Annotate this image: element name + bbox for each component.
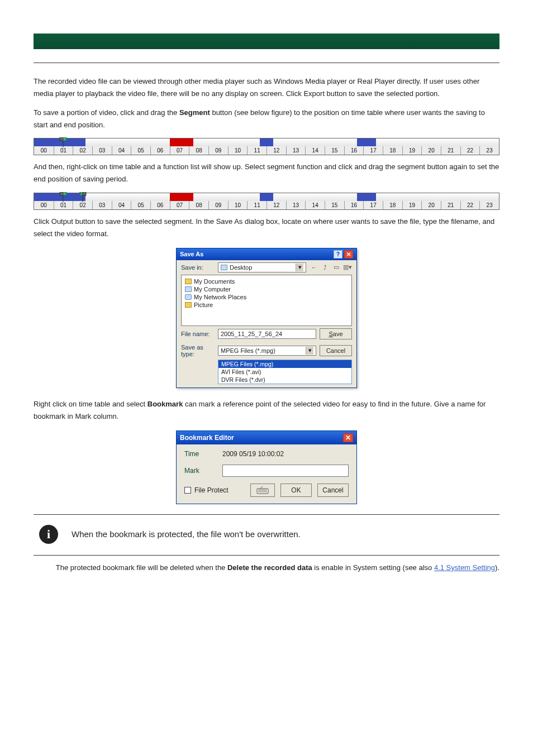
hour-label: 23 xyxy=(479,146,499,155)
red-segment xyxy=(170,193,193,201)
hour-label: 12 xyxy=(266,146,286,155)
hour-label: 16 xyxy=(344,201,364,209)
hour-label: 13 xyxy=(286,146,306,155)
desktop-icon xyxy=(221,265,227,270)
viewmenu-icon[interactable]: ▥▾ xyxy=(343,263,352,272)
hour-label: 14 xyxy=(305,146,325,155)
save-as-dialog: Save As ? ✕ Save in: Desktop ▾ ← ⤴ ▭ ▥▾ … xyxy=(176,248,357,388)
dialog-title: Bookmark Editor xyxy=(180,434,234,442)
p6e: ). xyxy=(495,563,499,572)
savetype-options[interactable]: MPEG Files (*.mpg) AVI Files (*.avi) DVR… xyxy=(218,360,352,384)
p2a: To save a portion of video, click and dr… xyxy=(34,108,179,117)
hour-label: 18 xyxy=(383,201,402,209)
hour-label: 19 xyxy=(402,201,422,209)
network-icon xyxy=(185,294,192,300)
hour-label: 07 xyxy=(170,146,189,155)
hour-label: 11 xyxy=(247,146,266,155)
segment-cursor[interactable] xyxy=(59,137,69,147)
savetype-label: Save as type: xyxy=(181,344,215,357)
cancel-button[interactable]: Cancel xyxy=(320,345,352,356)
recorded-segment xyxy=(357,138,375,146)
savein-label: Save in: xyxy=(181,264,215,271)
option-item[interactable]: DVR Files (*.dvr) xyxy=(218,376,351,384)
chevron-down-icon: ▾ xyxy=(296,264,303,271)
hour-label: 03 xyxy=(92,201,112,209)
hour-label: 21 xyxy=(441,201,460,209)
savetype-value: MPEG Files (*.mpg) xyxy=(221,347,275,354)
hour-label: 05 xyxy=(131,201,150,209)
paragraph-segment-start: To save a portion of video, click and dr… xyxy=(34,107,499,131)
hour-label: 07 xyxy=(170,201,189,209)
hour-label: 15 xyxy=(325,146,344,155)
file-entry: My Network Places xyxy=(194,294,246,300)
hour-label: 00 xyxy=(34,146,54,155)
hour-label: 04 xyxy=(112,201,131,209)
hour-label: 12 xyxy=(266,201,286,209)
newfolder-icon[interactable]: ▭ xyxy=(332,263,341,272)
header-band xyxy=(34,34,499,49)
info-note-text: When the bookmark is protected, the file… xyxy=(72,529,301,539)
savein-value: Desktop xyxy=(230,264,252,271)
hour-label: 16 xyxy=(344,146,364,155)
close-icon[interactable]: ✕ xyxy=(344,250,353,259)
option-item[interactable]: MPEG Files (*.mpg) xyxy=(218,360,351,368)
computer-icon xyxy=(185,286,192,292)
recorded-segment xyxy=(260,193,274,201)
hour-label: 11 xyxy=(247,201,266,209)
filename-input[interactable]: 2005_11_25_7_56_24 xyxy=(218,329,316,339)
mark-label: Mark xyxy=(184,467,212,475)
hour-label: 15 xyxy=(325,201,344,209)
recorded-segment xyxy=(260,138,274,146)
keyboard-icon xyxy=(256,486,269,494)
hour-label: 10 xyxy=(228,201,248,209)
timeline-1: 0001020304050607080910111213141516171819… xyxy=(34,138,499,155)
system-setting-link[interactable]: 4.1 System Setting xyxy=(434,563,495,572)
hour-label: 20 xyxy=(421,201,441,209)
chevron-down-icon: ▾ xyxy=(306,347,313,355)
hour-label: 23 xyxy=(479,201,499,209)
option-item[interactable]: AVI Files (*.avi) xyxy=(218,368,351,376)
hour-label: 19 xyxy=(402,146,422,155)
hour-label: 04 xyxy=(112,146,131,155)
p6a: The protected bookmark file will be dele… xyxy=(56,563,227,572)
svg-marker-7 xyxy=(83,192,86,195)
svg-marker-4 xyxy=(63,192,66,195)
hour-label: 09 xyxy=(208,146,228,155)
help-icon[interactable]: ? xyxy=(334,250,342,259)
up-icon[interactable]: ⤴ xyxy=(321,263,330,272)
hour-label: 06 xyxy=(150,201,170,209)
savein-dropdown[interactable]: Desktop ▾ xyxy=(218,262,306,272)
hour-label: 22 xyxy=(460,146,480,155)
file-entry: My Documents xyxy=(194,278,235,285)
mark-input[interactable] xyxy=(222,465,349,477)
folder-icon xyxy=(185,302,192,308)
ok-button[interactable]: OK xyxy=(280,484,312,497)
hour-label: 08 xyxy=(189,201,208,209)
save-button[interactable]: Save xyxy=(320,328,352,339)
filename-value: 2005_11_25_7_56_24 xyxy=(221,331,282,337)
dialog-titlebar: Save As ? ✕ xyxy=(177,248,356,260)
p6c: is enable in System setting (see also xyxy=(312,563,434,572)
hour-label: 09 xyxy=(208,201,228,209)
close-icon[interactable]: ✕ xyxy=(343,433,353,442)
savetype-dropdown[interactable]: MPEG Files (*.mpg) ▾ xyxy=(218,346,316,356)
file-list[interactable]: My Documents My Computer My Network Plac… xyxy=(181,275,352,326)
dialog-titlebar: Bookmark Editor ✕ xyxy=(177,431,356,444)
bookmark-dialog: Bookmark Editor ✕ Time 2009 05/19 10:00:… xyxy=(176,430,357,504)
hour-label: 14 xyxy=(305,201,325,209)
file-protect-checkbox[interactable]: File Protect xyxy=(184,486,229,494)
segment-cursor[interactable] xyxy=(59,192,69,202)
paragraph-intro: The recorded video file can be viewed th… xyxy=(34,75,499,100)
red-segment xyxy=(170,138,193,146)
keyboard-button[interactable] xyxy=(250,484,275,497)
cancel-button[interactable]: Cancel xyxy=(317,484,349,497)
svg-marker-6 xyxy=(79,192,83,195)
svg-marker-1 xyxy=(63,137,66,141)
svg-marker-0 xyxy=(60,137,63,141)
back-icon[interactable]: ← xyxy=(310,263,318,272)
segment-cursor-end[interactable] xyxy=(78,192,88,202)
hour-label: 10 xyxy=(228,146,248,155)
paragraph-segment-end: And then, right-click on time table and … xyxy=(34,161,499,185)
file-entry: Picture xyxy=(194,302,213,308)
checkbox-icon xyxy=(184,487,191,494)
